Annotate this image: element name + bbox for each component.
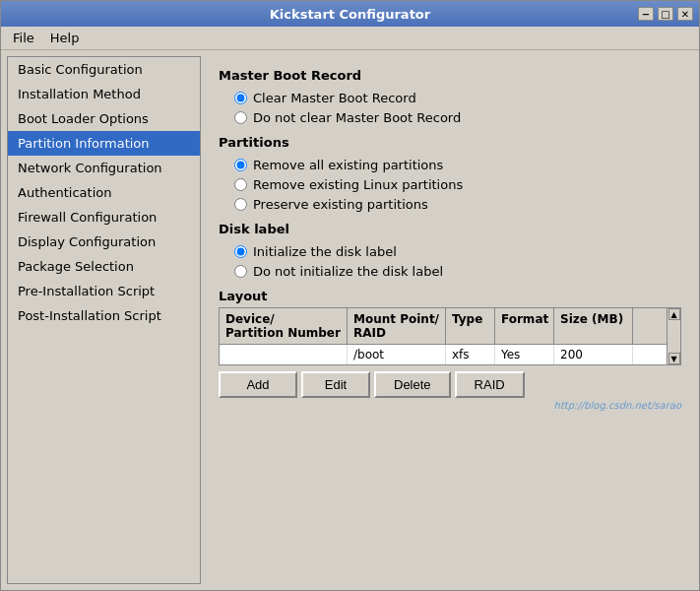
disk-label-section-title: Disk label: [219, 222, 681, 236]
sidebar: Basic Configuration Installation Method …: [7, 56, 201, 584]
title-bar-buttons: − □ ✕: [638, 7, 693, 21]
row-format: Yes: [495, 345, 554, 364]
remove-all-label[interactable]: Remove all existing partitions: [253, 158, 443, 172]
no-init-disk-radio[interactable]: [234, 265, 247, 278]
disk-label-option-init: Initialize the disk label: [234, 244, 681, 259]
sidebar-item-post-installation-script[interactable]: Post-Installation Script: [8, 303, 200, 328]
scrollbar-down[interactable]: ▼: [668, 353, 680, 364]
init-disk-label[interactable]: Initialize the disk label: [253, 244, 397, 259]
table-wrapper: Device/Partition Number Mount Point/RAID…: [219, 307, 681, 365]
clear-mbr-radio[interactable]: [234, 92, 247, 104]
sidebar-item-display-configuration[interactable]: Display Configuration: [8, 230, 200, 254]
disk-label-radio-group: Initialize the disk label Do not initial…: [234, 244, 681, 279]
row-size: 200: [554, 345, 633, 364]
preserve-radio[interactable]: [234, 198, 247, 211]
sidebar-item-basic-configuration[interactable]: Basic Configuration: [8, 57, 200, 82]
table-header: Device/Partition Number Mount Point/RAID…: [220, 308, 667, 345]
button-row: Add Edit Delete RAID: [219, 371, 681, 398]
sidebar-item-boot-loader-options[interactable]: Boot Loader Options: [8, 106, 200, 131]
partitions-section-title: Partitions: [219, 135, 681, 150]
mbr-option-clear: Clear Master Boot Record: [234, 91, 681, 105]
window-title: Kickstart Configurator: [270, 7, 430, 22]
remove-all-radio[interactable]: [234, 159, 247, 171]
partition-option-preserve: Preserve existing partitions: [234, 197, 681, 212]
row-device: [220, 345, 348, 364]
no-clear-mbr-radio[interactable]: [234, 111, 247, 124]
size-header: Size (MB): [554, 308, 633, 344]
mbr-option-no-clear: Do not clear Master Boot Record: [234, 110, 681, 125]
mount-header: Mount Point/RAID: [348, 308, 446, 344]
menu-bar: File Help: [1, 27, 699, 50]
menu-help[interactable]: Help: [42, 29, 88, 47]
format-header: Format: [495, 308, 554, 344]
mbr-radio-group: Clear Master Boot Record Do not clear Ma…: [234, 91, 681, 125]
partitions-radio-group: Remove all existing partitions Remove ex…: [234, 158, 681, 212]
layout-section: Layout Device/Partition Number Mount Poi…: [219, 289, 681, 411]
sidebar-item-firewall-configuration[interactable]: Firewall Configuration: [8, 205, 200, 230]
preserve-label[interactable]: Preserve existing partitions: [253, 197, 428, 212]
remove-linux-label[interactable]: Remove existing Linux partitions: [253, 177, 463, 192]
no-clear-mbr-label[interactable]: Do not clear Master Boot Record: [253, 110, 461, 125]
watermark: http://blog.csdn.net/sarao: [219, 400, 681, 411]
table-scrollbar[interactable]: ▲ ▼: [667, 308, 680, 364]
row-mount: /boot: [348, 345, 446, 364]
sidebar-item-network-configuration[interactable]: Network Configuration: [8, 156, 200, 180]
delete-button[interactable]: Delete: [374, 371, 451, 398]
maximize-button[interactable]: □: [658, 7, 673, 21]
no-init-disk-label[interactable]: Do not initialize the disk label: [253, 264, 443, 279]
remove-linux-radio[interactable]: [234, 178, 247, 191]
table-row[interactable]: /boot xfs Yes 200: [220, 345, 667, 364]
minimize-button[interactable]: −: [638, 7, 654, 21]
partition-option-remove-linux: Remove existing Linux partitions: [234, 177, 681, 192]
mbr-section-title: Master Boot Record: [219, 68, 681, 83]
disk-label-option-no-init: Do not initialize the disk label: [234, 264, 681, 279]
table-inner: Device/Partition Number Mount Point/RAID…: [220, 308, 667, 364]
sidebar-item-pre-installation-script[interactable]: Pre-Installation Script: [8, 279, 200, 303]
close-button[interactable]: ✕: [677, 7, 693, 21]
layout-title: Layout: [219, 289, 681, 303]
edit-button[interactable]: Edit: [301, 371, 370, 398]
device-header: Device/Partition Number: [220, 308, 348, 344]
init-disk-radio[interactable]: [234, 245, 247, 258]
main-content: Basic Configuration Installation Method …: [1, 50, 699, 590]
add-button[interactable]: Add: [219, 371, 297, 398]
sidebar-item-installation-method[interactable]: Installation Method: [8, 82, 200, 106]
sidebar-item-partition-information[interactable]: Partition Information: [8, 131, 200, 156]
raid-button[interactable]: RAID: [455, 371, 525, 398]
row-type: xfs: [446, 345, 495, 364]
menu-file[interactable]: File: [5, 29, 42, 47]
main-window: Kickstart Configurator − □ ✕ File Help B…: [0, 0, 700, 591]
sidebar-item-authentication[interactable]: Authentication: [8, 180, 200, 205]
partition-option-remove-all: Remove all existing partitions: [234, 158, 681, 172]
clear-mbr-label[interactable]: Clear Master Boot Record: [253, 91, 416, 105]
scrollbar-up[interactable]: ▲: [668, 308, 680, 320]
title-bar: Kickstart Configurator − □ ✕: [1, 1, 699, 27]
sidebar-item-package-selection[interactable]: Package Selection: [8, 254, 200, 279]
type-header: Type: [446, 308, 495, 344]
content-area: Master Boot Record Clear Master Boot Rec…: [207, 56, 693, 584]
